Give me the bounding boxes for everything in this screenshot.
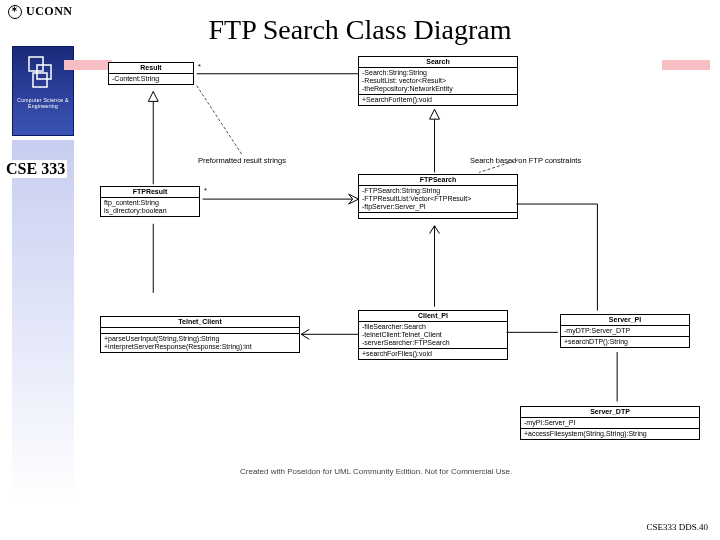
class-name: Server_DTP xyxy=(521,407,699,417)
tool-watermark: Created with Poseidon for UML Community … xyxy=(240,467,512,476)
class-result: Result -Content:String xyxy=(108,62,194,85)
attr: -Content:String xyxy=(109,73,193,84)
class-name: Result xyxy=(109,63,193,73)
class-name: Client_PI xyxy=(359,311,507,321)
note-result: Preformatted result strings xyxy=(198,156,286,165)
ops: +searchDTP():String xyxy=(561,336,689,347)
class-search: Search -Search:String:String -ResultList… xyxy=(358,56,518,106)
class-name: FTPResult xyxy=(101,187,199,197)
attrs: -fileSearcher:Search -telnetClient:Telne… xyxy=(359,321,507,348)
class-serverpi: Server_PI -myDTP:Server_DTP +searchDTP()… xyxy=(560,314,690,348)
class-ftpresult: FTPResult ftp_content:String is_director… xyxy=(100,186,200,217)
attrs: -FTPSearch:String:String -FTPResultList:… xyxy=(359,185,517,212)
attrs: -myDTP:Server_DTP xyxy=(561,325,689,336)
attrs: -myPI:Server_PI xyxy=(521,417,699,428)
attrs: ftp_content:String is_directory:boolean xyxy=(101,197,199,216)
class-name: Search xyxy=(359,57,517,67)
attrs: -Search:String:String -ResultList: vecto… xyxy=(359,67,517,94)
svg-rect-0 xyxy=(29,57,43,71)
ops: +SearchForItem():void xyxy=(359,94,517,105)
ops: +parseUserInput(String,String):String +i… xyxy=(101,333,299,352)
dept-label: Computer Science & Engineering xyxy=(13,97,73,109)
class-name: FTPSearch xyxy=(359,175,517,185)
class-name: Telnet_Client xyxy=(101,317,299,327)
class-ftpsearch: FTPSearch -FTPSearch:String:String -FTPR… xyxy=(358,174,518,219)
class-telnet: Telnet_Client +parseUserInput(String,Str… xyxy=(100,316,300,353)
svg-line-6 xyxy=(197,86,242,155)
uml-canvas: Result -Content:String * Search -Search:… xyxy=(90,56,710,510)
svg-rect-2 xyxy=(33,73,47,87)
ops-empty xyxy=(359,212,517,218)
multiplicity-star: * xyxy=(198,62,201,71)
course-code: CSE 333 xyxy=(4,160,67,178)
class-clientpi: Client_PI -fileSearcher:Search -telnetCl… xyxy=(358,310,508,360)
note-search: Search based on FTP constraints xyxy=(470,156,581,165)
cse-logo-icon xyxy=(23,51,63,91)
svg-rect-1 xyxy=(37,65,51,79)
page-title: FTP Search Class Diagram xyxy=(0,14,720,46)
class-name: Server_PI xyxy=(561,315,689,325)
multiplicity-star: * xyxy=(204,186,207,195)
ops: +searchForFiles():void xyxy=(359,348,507,359)
slide-footer: CSE333 DDS.40 xyxy=(646,522,708,532)
class-serverdtp: Server_DTP -myPI:Server_PI +accessFilesy… xyxy=(520,406,700,440)
gradient-sidebar xyxy=(12,140,74,500)
connector-lines xyxy=(90,56,710,510)
ops: +accessFilesystem(String,String):String xyxy=(521,428,699,439)
svg-marker-5 xyxy=(148,92,158,102)
svg-marker-8 xyxy=(430,109,440,119)
